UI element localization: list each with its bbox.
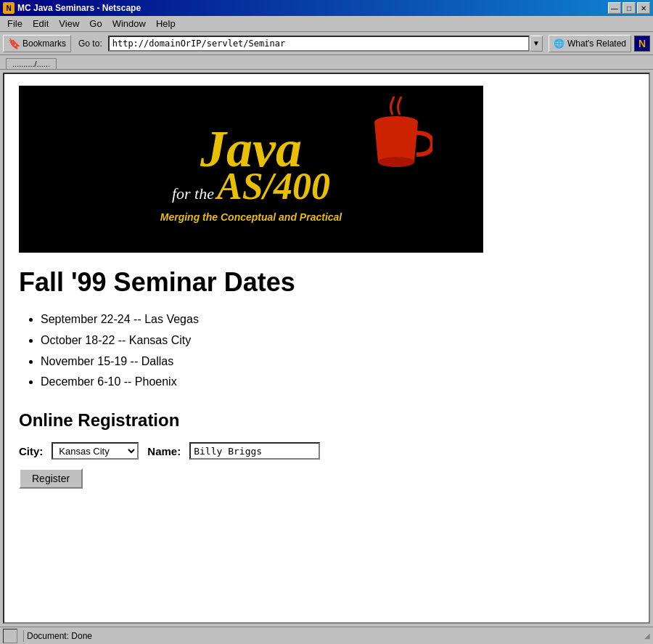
globe-icon: 🌐 xyxy=(554,38,564,49)
menu-view[interactable]: View xyxy=(54,17,83,30)
menu-file[interactable]: File xyxy=(3,17,27,30)
seminar-list: September 22-24 -- Las Vegas October 18-… xyxy=(19,309,634,393)
java-logo-text: Java xyxy=(200,123,302,175)
menu-help[interactable]: Help xyxy=(152,17,180,30)
form-row-city-name: City: Kansas City Las Vegas Dallas Phoen… xyxy=(19,442,634,460)
url-container: ▼ xyxy=(108,36,543,52)
coffee-cup-svg xyxy=(360,97,432,184)
url-input[interactable] xyxy=(108,36,530,52)
goto-label: Go to: xyxy=(78,38,102,49)
name-label: Name: xyxy=(147,445,181,457)
status-separator xyxy=(23,630,24,642)
list-item: December 6-10 -- Phoenix xyxy=(41,372,634,393)
menu-go[interactable]: Go xyxy=(85,17,106,30)
bookmarks-button[interactable]: 🔖 Bookmarks xyxy=(3,35,71,52)
resize-handle[interactable]: ◢ xyxy=(644,632,650,640)
list-item: November 15-19 -- Dallas xyxy=(41,351,634,372)
svg-point-1 xyxy=(378,157,414,167)
tab-bar: ........../...... xyxy=(0,55,653,70)
tab-label: ........../...... xyxy=(12,60,50,68)
title-bar-left: N MC Java Seminars - Netscape xyxy=(3,2,141,14)
registration-title: Online Registration xyxy=(19,410,634,431)
netscape-logo: N xyxy=(634,36,650,52)
menu-bar: File Edit View Go Window Help xyxy=(0,16,653,32)
url-dropdown-button[interactable]: ▼ xyxy=(530,36,543,52)
city-label: City: xyxy=(19,445,43,457)
banner-text: Java for the AS/400 Merging the Conceptu… xyxy=(160,123,342,223)
app-icon: N xyxy=(3,2,15,14)
maximize-button[interactable]: □ xyxy=(623,2,636,14)
for-the-text: for the xyxy=(172,186,214,202)
banner-image: Java for the AS/400 Merging the Conceptu… xyxy=(19,86,483,253)
register-button[interactable]: Register xyxy=(19,468,83,489)
name-input[interactable] xyxy=(189,442,320,460)
list-item: September 22-24 -- Las Vegas xyxy=(41,309,634,330)
location-tab[interactable]: ........../...... xyxy=(6,58,57,69)
status-icon xyxy=(3,629,17,643)
title-bar: N MC Java Seminars - Netscape — □ ✕ xyxy=(0,0,653,16)
menu-window[interactable]: Window xyxy=(108,17,150,30)
toolbar: 🔖 Bookmarks Go to: ▼ 🌐 What's Related N xyxy=(0,32,653,55)
minimize-button[interactable]: — xyxy=(608,2,621,14)
title-bar-buttons[interactable]: — □ ✕ xyxy=(608,2,650,14)
status-text: Document: Done xyxy=(27,631,644,641)
page-title: Fall '99 Seminar Dates xyxy=(19,267,634,298)
form-row-register: Register xyxy=(19,468,634,489)
whats-related-label: What's Related xyxy=(567,38,626,49)
whats-related-button[interactable]: 🌐 What's Related xyxy=(549,35,631,52)
tagline-text: Merging the Conceptual and Practical xyxy=(160,211,342,223)
browser-content: Java for the AS/400 Merging the Conceptu… xyxy=(3,73,650,624)
status-bar: Document: Done ◢ xyxy=(0,627,653,644)
menu-edit[interactable]: Edit xyxy=(28,17,53,30)
bookmark-icon: 🔖 xyxy=(8,38,20,49)
registration-form: City: Kansas City Las Vegas Dallas Phoen… xyxy=(19,442,634,489)
window-title: MC Java Seminars - Netscape xyxy=(17,3,141,13)
city-select[interactable]: Kansas City Las Vegas Dallas Phoenix xyxy=(52,442,139,460)
bookmarks-label: Bookmarks xyxy=(22,38,66,49)
close-button[interactable]: ✕ xyxy=(637,2,650,14)
list-item: October 18-22 -- Kansas City xyxy=(41,330,634,351)
